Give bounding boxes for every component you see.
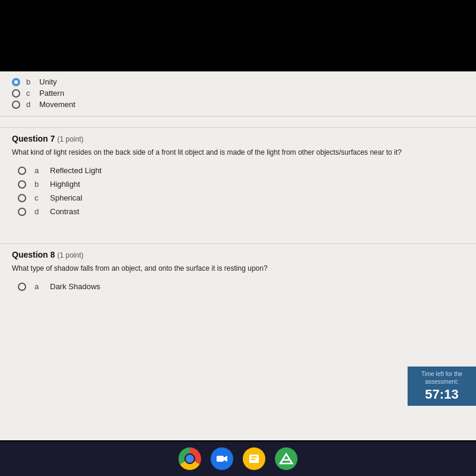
q7-radio-d[interactable] [18, 208, 26, 216]
svg-rect-0 [217, 456, 224, 462]
q8-option-a[interactable]: a Dark Shadows [18, 282, 464, 291]
q7-text-c: Spherical [50, 193, 82, 202]
question7-options: a Reflected Light b Highlight c Spherica… [12, 166, 464, 216]
svg-rect-4 [251, 459, 255, 460]
prev-question-options: b Unity c Pattern d Movement [0, 71, 476, 117]
q7-radio-c[interactable] [18, 194, 26, 202]
svg-marker-5 [280, 454, 292, 464]
screen-content: b Unity c Pattern d Movement Question 7 … [0, 71, 476, 440]
timer-value: 57:13 [412, 387, 471, 402]
question8-title: Question 8 (1 point) [12, 250, 464, 259]
timer-box: Time left for the assessment: 57:13 [408, 367, 476, 406]
q7-text-b: Highlight [50, 180, 80, 189]
question7-section: Question 7 (1 point) What kind of light … [0, 128, 476, 222]
q7-text-a: Reflected Light [50, 166, 102, 175]
prev-letter-b: b [26, 77, 33, 86]
question8-text: What type of shadow falls from an object… [12, 263, 464, 274]
prev-option-c[interactable]: c Pattern [12, 89, 464, 98]
prev-text-c: Pattern [39, 89, 64, 98]
spacer-1 [0, 117, 476, 127]
q7-option-c[interactable]: c Spherical [18, 193, 464, 202]
q7-letter-d: d [35, 207, 42, 216]
q8-radio-a[interactable] [18, 283, 26, 291]
q7-letter-b: b [35, 180, 42, 189]
prev-option-b[interactable]: b Unity [12, 77, 464, 86]
q7-letter-a: a [35, 166, 42, 175]
q8-letter-a: a [35, 282, 42, 291]
svg-rect-3 [251, 456, 257, 458]
radio-d[interactable] [12, 101, 20, 109]
q7-option-b[interactable]: b Highlight [18, 180, 464, 189]
radio-c[interactable] [12, 89, 20, 98]
q7-option-d[interactable]: d Contrast [18, 207, 464, 216]
q7-radio-a[interactable] [18, 167, 26, 175]
timer-label: Time left for the assessment: [412, 370, 471, 386]
question7-title: Question 7 (1 point) [12, 134, 464, 143]
slides-icon[interactable] [243, 447, 265, 470]
q7-text-d: Contrast [50, 207, 79, 216]
prev-letter-d: d [26, 100, 33, 109]
question8-section: Question 8 (1 point) What type of shadow… [0, 244, 476, 297]
prev-text-b: Unity [39, 77, 57, 86]
radio-b-selected[interactable] [12, 78, 20, 86]
svg-marker-1 [224, 456, 227, 462]
chrome-icon[interactable] [178, 447, 201, 470]
spacer-3 [0, 233, 476, 243]
drive-icon[interactable] [275, 447, 298, 470]
top-black-bar [0, 0, 476, 71]
q7-radio-b[interactable] [18, 180, 26, 189]
prev-text-d: Movement [39, 100, 76, 109]
q7-letter-c: c [35, 193, 42, 202]
question8-options: a Dark Shadows [12, 282, 464, 291]
prev-letter-c: c [26, 89, 33, 98]
spacer-2 [0, 222, 476, 233]
meet-icon[interactable] [211, 447, 233, 470]
question7-text: What kind of light resides on the back s… [12, 147, 464, 158]
taskbar [0, 441, 476, 476]
q7-option-a[interactable]: a Reflected Light [18, 166, 464, 175]
q8-text-a: Dark Shadows [50, 282, 101, 291]
prev-option-d[interactable]: d Movement [12, 100, 464, 109]
